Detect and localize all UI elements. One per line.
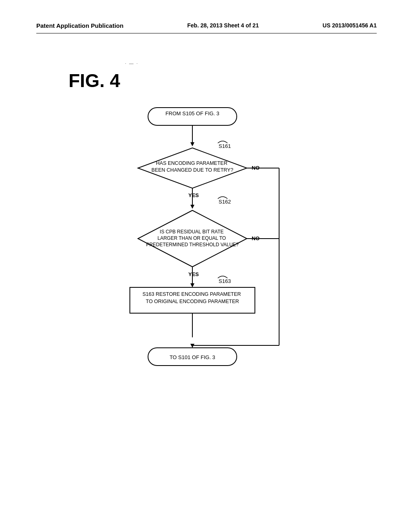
svg-text:TO S101 OF FIG. 3: TO S101 OF FIG. 3 — [169, 354, 215, 360]
svg-marker-18 — [190, 283, 194, 287]
svg-text:YES: YES — [188, 192, 199, 198]
svg-text:S163: S163 — [219, 278, 231, 284]
svg-marker-3 — [190, 142, 194, 146]
figure-note: · — · — [125, 61, 138, 66]
figure-label: FIG. 4 — [69, 70, 120, 91]
svg-marker-10 — [190, 205, 194, 209]
svg-text:S161: S161 — [219, 143, 231, 149]
svg-text:S162: S162 — [219, 199, 231, 205]
patent-number: US 2013/0051456 A1 — [323, 22, 377, 29]
page-header: Patent Application Publication Feb. 28, … — [0, 0, 413, 29]
flowchart-svg: FROM S105 OF FIG. 3 S161 HAS ENCODING PA… — [90, 104, 323, 418]
figure-area: · — · FIG. 4 FROM S105 OF FIG. 3 S161 — [0, 33, 413, 418]
svg-text:YES: YES — [188, 271, 199, 277]
flowchart: FROM S105 OF FIG. 3 S161 HAS ENCODING PA… — [36, 104, 377, 418]
svg-text:FROM S105 OF FIG. 3: FROM S105 OF FIG. 3 — [165, 110, 219, 116]
publication-label: Patent Application Publication — [36, 22, 123, 29]
svg-text:IS CPB RESIDUAL BIT RATE
     : IS CPB RESIDUAL BIT RATE LARGER THAN OR … — [146, 229, 239, 247]
sheet-info: Feb. 28, 2013 Sheet 4 of 21 — [187, 22, 259, 29]
page: Patent Application Publication Feb. 28, … — [0, 0, 413, 532]
